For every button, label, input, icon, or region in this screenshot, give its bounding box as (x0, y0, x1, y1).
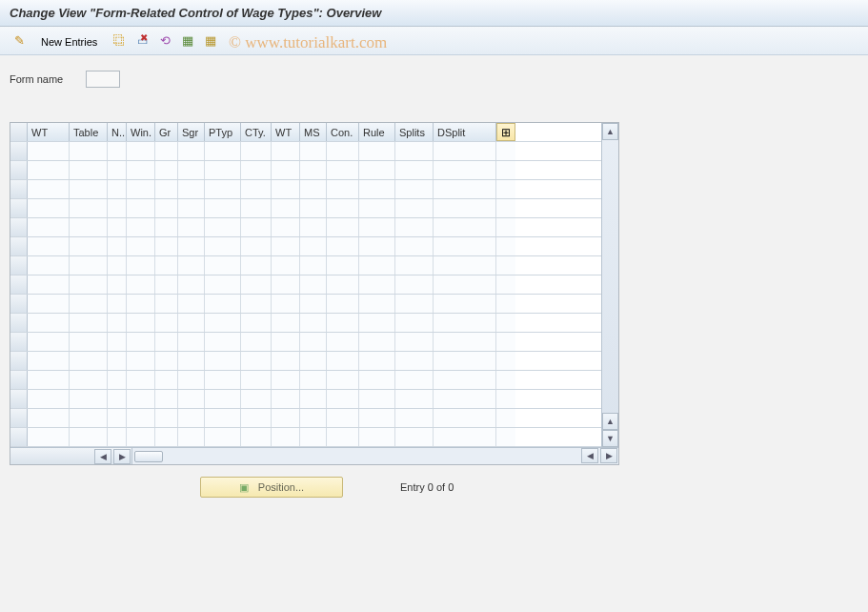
table-row[interactable] (10, 371, 601, 390)
table-cell[interactable] (272, 390, 300, 408)
table-cell[interactable] (395, 352, 434, 370)
table-cell[interactable] (434, 352, 496, 370)
table-cell[interactable] (327, 256, 359, 275)
table-cell[interactable] (127, 295, 155, 313)
table-cell[interactable] (395, 295, 434, 313)
table-cell[interactable] (178, 390, 205, 408)
table-cell[interactable] (155, 352, 178, 370)
col-gr[interactable]: Gr (155, 123, 178, 141)
table-cell[interactable] (70, 314, 108, 332)
table-cell[interactable] (300, 161, 327, 179)
table-cell[interactable] (205, 333, 241, 351)
table-cell[interactable] (127, 180, 155, 198)
table-row[interactable] (10, 390, 601, 409)
table-cell[interactable] (70, 142, 108, 160)
table-cell[interactable] (434, 428, 496, 446)
table-cell[interactable] (108, 352, 127, 370)
row-selector[interactable] (10, 180, 28, 198)
table-cell[interactable] (241, 390, 272, 408)
table-cell[interactable] (28, 275, 70, 294)
table-cell[interactable] (178, 352, 205, 370)
table-cell[interactable] (205, 142, 241, 160)
table-cell[interactable] (272, 409, 300, 427)
table-cell[interactable] (178, 237, 205, 255)
row-selector[interactable] (10, 295, 28, 313)
table-cell[interactable] (155, 333, 178, 351)
table-cell[interactable] (70, 199, 108, 217)
table-row[interactable] (10, 161, 601, 180)
row-selector[interactable] (10, 390, 28, 408)
col-wt[interactable]: WT (28, 123, 70, 141)
table-cell[interactable] (127, 142, 155, 160)
table-cell[interactable] (178, 314, 205, 332)
table-row[interactable] (10, 180, 601, 199)
table-cell[interactable] (395, 333, 434, 351)
table-cell[interactable] (395, 409, 434, 427)
table-cell[interactable] (395, 256, 434, 275)
table-cell[interactable] (178, 295, 205, 313)
table-cell[interactable] (300, 390, 327, 408)
table-cell[interactable] (327, 199, 359, 217)
new-entries-button[interactable]: New Entries (32, 31, 106, 51)
table-row[interactable] (10, 142, 601, 161)
table-cell[interactable] (241, 237, 272, 255)
table-cell[interactable] (178, 180, 205, 198)
table-cell[interactable] (359, 199, 395, 217)
table-cell[interactable] (327, 390, 359, 408)
table-row[interactable] (10, 199, 601, 218)
table-cell[interactable] (155, 161, 178, 179)
table-cell[interactable] (359, 256, 395, 275)
table-cell[interactable] (359, 409, 395, 427)
table-cell[interactable] (155, 180, 178, 198)
table-cell[interactable] (359, 161, 395, 179)
row-selector[interactable] (10, 428, 28, 446)
col-n[interactable]: N.. (108, 123, 127, 141)
table-cell[interactable] (178, 256, 205, 275)
table-cell[interactable] (28, 428, 70, 446)
table-cell[interactable] (327, 295, 359, 313)
undo-button[interactable]: ⟲ (155, 31, 174, 51)
table-cell[interactable] (300, 275, 327, 294)
table-cell[interactable] (434, 199, 496, 217)
table-cell[interactable] (127, 409, 155, 427)
table-cell[interactable] (395, 390, 434, 408)
table-cell[interactable] (178, 428, 205, 446)
table-cell[interactable] (127, 218, 155, 236)
table-cell[interactable] (241, 295, 272, 313)
table-cell[interactable] (70, 218, 108, 236)
table-cell[interactable] (155, 142, 178, 160)
table-cell[interactable] (434, 142, 496, 160)
table-row[interactable] (10, 333, 601, 352)
table-cell[interactable] (70, 295, 108, 313)
table-cell[interactable] (272, 142, 300, 160)
table-cell[interactable] (434, 180, 496, 198)
table-cell[interactable] (327, 428, 359, 446)
table-cell[interactable] (241, 428, 272, 446)
table-cell[interactable] (70, 237, 108, 255)
table-cell[interactable] (272, 352, 300, 370)
table-cell[interactable] (108, 161, 127, 179)
table-cell[interactable] (327, 180, 359, 198)
table-cell[interactable] (108, 237, 127, 255)
col-rule[interactable]: Rule (359, 123, 395, 141)
table-cell[interactable] (28, 409, 70, 427)
table-cell[interactable] (205, 199, 241, 217)
table-cell[interactable] (434, 275, 496, 294)
col-table[interactable]: Table (70, 123, 108, 141)
table-cell[interactable] (28, 390, 70, 408)
table-cell[interactable] (108, 428, 127, 446)
table-cell[interactable] (434, 333, 496, 351)
table-cell[interactable] (327, 352, 359, 370)
table-row[interactable] (10, 275, 601, 295)
table-cell[interactable] (327, 314, 359, 332)
row-selector[interactable] (10, 161, 28, 179)
table-cell[interactable] (205, 237, 241, 255)
table-row[interactable] (10, 428, 601, 447)
col-sgr[interactable]: Sgr (178, 123, 205, 141)
table-cell[interactable] (395, 180, 434, 198)
table-cell[interactable] (155, 295, 178, 313)
table-cell[interactable] (241, 199, 272, 217)
table-cell[interactable] (205, 161, 241, 179)
table-cell[interactable] (127, 314, 155, 332)
table-cell[interactable] (434, 161, 496, 179)
